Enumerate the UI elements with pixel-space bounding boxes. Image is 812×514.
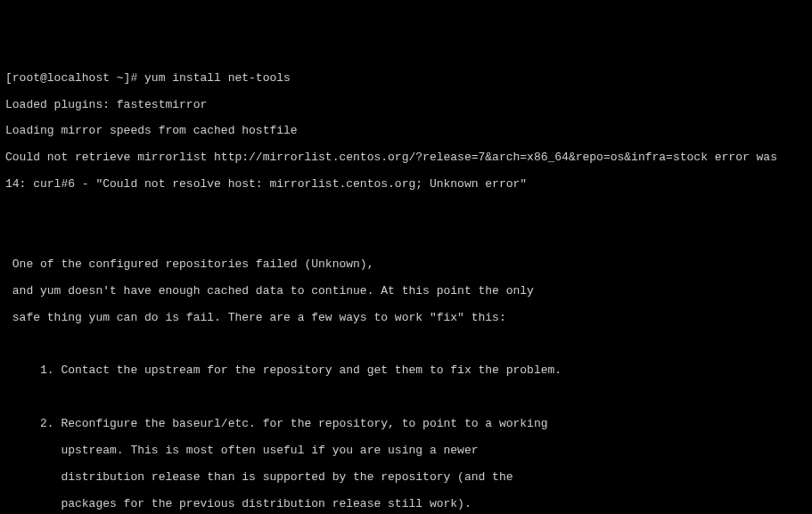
output-line: packages for the previous distribution r…	[5, 498, 807, 511]
terminal-output: [root@localhost ~]# yum install net-tool…	[5, 59, 807, 514]
output-line: 2. Reconfigure the baseurl/etc. for the …	[5, 418, 807, 431]
blank-line	[5, 205, 807, 218]
output-line: distribution release than is supported b…	[5, 471, 807, 485]
output-line: safe thing yum can do is fail. There are…	[5, 312, 807, 325]
output-line: Loaded plugins: fastestmirror	[5, 99, 807, 112]
output-line: and yum doesn't have enough cached data …	[5, 285, 807, 298]
output-line: Loading mirror speeds from cached hostfi…	[5, 125, 807, 138]
output-line: 1. Contact the upstream for the reposito…	[5, 364, 807, 378]
output-line: 14: curl#6 - "Could not resolve host: mi…	[5, 178, 807, 192]
output-line: upstream. This is most often useful if y…	[5, 445, 807, 458]
prompt-command-line: [root@localhost ~]# yum install net-tool…	[5, 72, 807, 86]
blank-line	[5, 338, 807, 351]
blank-line	[5, 391, 807, 404]
output-line: One of the configured repositories faile…	[5, 258, 807, 272]
output-line: Could not retrieve mirrorlist http://mir…	[5, 151, 807, 165]
blank-line	[5, 232, 807, 245]
